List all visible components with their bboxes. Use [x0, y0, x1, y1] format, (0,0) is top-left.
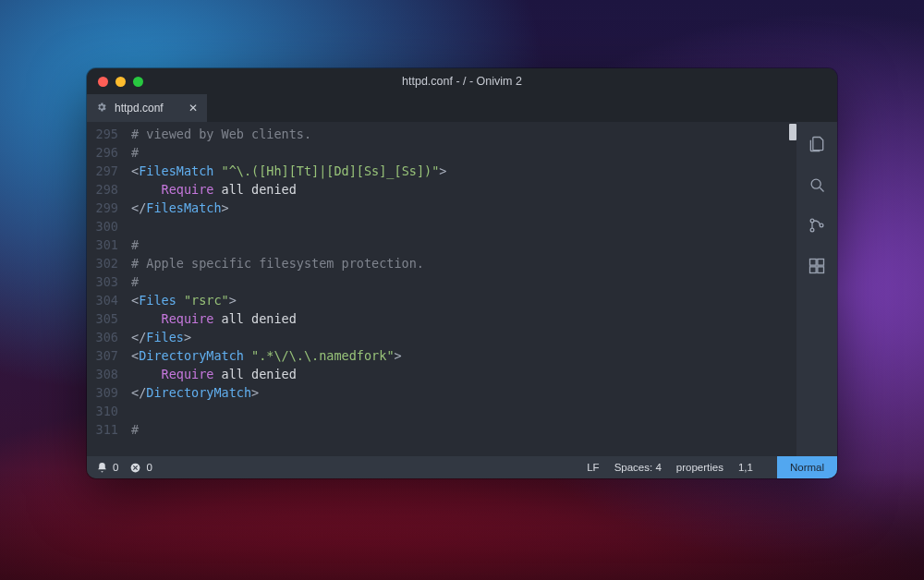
status-language[interactable]: properties: [676, 462, 723, 473]
status-bar: 0 0 LF Spaces: 4 properties 1,1 Normal: [87, 456, 837, 478]
line-number: 310: [87, 402, 118, 420]
zoom-window-button[interactable]: [133, 77, 143, 87]
line-number: 309: [87, 383, 118, 402]
search-icon[interactable]: [808, 175, 826, 198]
code-line[interactable]: [131, 217, 787, 236]
vim-mode-indicator: Normal: [777, 456, 837, 478]
code-line[interactable]: <DirectoryMatch ".*\/\.\.namedfork">: [131, 346, 787, 365]
line-number: 306: [87, 328, 118, 346]
files-icon[interactable]: [808, 135, 826, 157]
code-line[interactable]: #: [131, 143, 787, 162]
window-controls: [87, 77, 143, 87]
line-number: 296: [87, 143, 118, 162]
line-number: 295: [87, 125, 118, 143]
line-number: 303: [87, 272, 118, 291]
svg-point-0: [811, 179, 821, 188]
line-number: 304: [87, 291, 118, 309]
titlebar[interactable]: httpd.conf - / - Onivim 2: [87, 68, 837, 94]
line-number: 300: [87, 217, 118, 236]
svg-rect-5: [810, 260, 817, 266]
code-line[interactable]: #: [131, 236, 787, 254]
line-number: 297: [87, 162, 118, 180]
code-line[interactable]: </FilesMatch>: [131, 199, 787, 217]
tab-label: httpd.conf: [115, 102, 164, 115]
svg-line-1: [820, 187, 823, 191]
status-errors[interactable]: 0: [129, 462, 152, 474]
line-number: 301: [87, 236, 118, 254]
svg-rect-6: [818, 260, 824, 266]
editor-area[interactable]: 2952962972982993003013023033043053063073…: [87, 122, 796, 456]
extensions-icon[interactable]: [808, 257, 826, 279]
status-errors-count: 0: [146, 462, 152, 473]
status-notifications[interactable]: 0: [96, 462, 118, 474]
line-number: 307: [87, 346, 118, 365]
minimize-window-button[interactable]: [116, 77, 126, 87]
source-control-icon[interactable]: [808, 216, 826, 238]
code-line[interactable]: </DirectoryMatch>: [131, 383, 787, 402]
line-number-gutter: 2952962972982993003013023033043053063073…: [87, 122, 126, 456]
code-line[interactable]: </Files>: [131, 328, 787, 346]
tab-httpd-conf[interactable]: httpd.conf ✕: [87, 94, 207, 122]
svg-rect-7: [810, 267, 817, 273]
code-content[interactable]: # viewed by Web clients.#<FilesMatch "^\…: [126, 122, 787, 456]
code-line[interactable]: # viewed by Web clients.: [131, 125, 787, 143]
code-line[interactable]: #: [131, 272, 787, 291]
line-number: 305: [87, 309, 118, 328]
svg-rect-8: [818, 267, 824, 273]
line-number: 308: [87, 365, 118, 383]
close-tab-icon[interactable]: ✕: [188, 102, 198, 115]
code-line[interactable]: Require all denied: [131, 365, 787, 383]
status-spaces[interactable]: Spaces: 4: [614, 462, 662, 473]
code-line[interactable]: <Files "rsrc">: [131, 291, 787, 309]
code-line[interactable]: Require all denied: [131, 180, 787, 199]
window-title: httpd.conf - / - Onivim 2: [87, 75, 837, 88]
code-line[interactable]: # Apple specific filesystem protection.: [131, 254, 787, 272]
line-number: 298: [87, 180, 118, 199]
minimap-scroll[interactable]: [787, 122, 796, 456]
activity-bar: [796, 122, 837, 456]
line-number: 311: [87, 420, 118, 439]
close-window-button[interactable]: [98, 77, 108, 87]
svg-point-3: [810, 228, 814, 232]
code-line[interactable]: <FilesMatch "^\.([Hh][Tt]|[Dd][Ss]_[Ss])…: [131, 162, 787, 180]
line-number: 302: [87, 254, 118, 272]
line-number: 299: [87, 199, 118, 217]
code-line[interactable]: Require all denied: [131, 309, 787, 328]
editor-window: httpd.conf - / - Onivim 2 httpd.conf ✕ 2…: [87, 68, 837, 478]
status-notifications-count: 0: [113, 462, 118, 473]
status-position[interactable]: 1,1: [738, 462, 762, 473]
code-line[interactable]: [131, 402, 787, 420]
tab-bar: httpd.conf ✕: [87, 94, 837, 122]
status-eol[interactable]: LF: [587, 462, 599, 473]
code-line[interactable]: #: [131, 420, 787, 439]
svg-point-2: [810, 219, 814, 223]
gear-icon: [96, 102, 107, 115]
scroll-thumb[interactable]: [789, 124, 796, 140]
